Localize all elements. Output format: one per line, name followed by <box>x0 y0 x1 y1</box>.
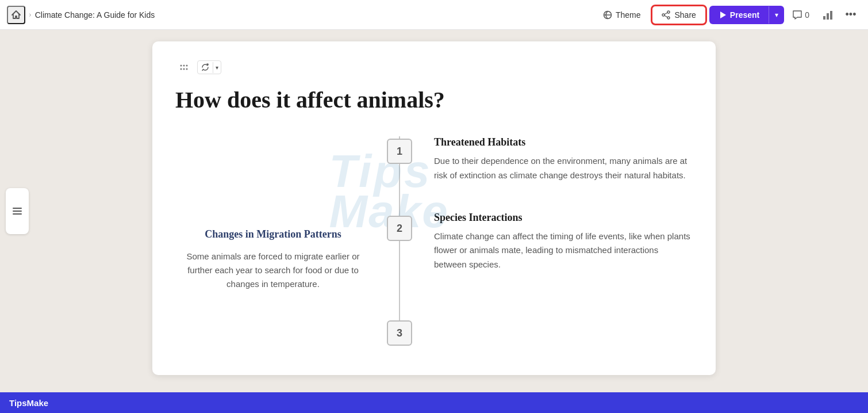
slide-refresh-group: ▾ <box>197 60 221 74</box>
svg-point-18 <box>186 68 188 70</box>
svg-rect-7 <box>823 16 825 20</box>
home-button[interactable] <box>7 6 25 24</box>
svg-point-15 <box>183 65 185 67</box>
svg-line-4 <box>665 13 667 14</box>
right-item-1-title: Threatened Habitats <box>434 136 693 148</box>
present-group: Present ▾ <box>709 6 784 24</box>
slide-refresh-caret[interactable]: ▾ <box>213 62 221 73</box>
svg-point-13 <box>180 65 182 67</box>
right-item-1-text: Due to their dependence on the environme… <box>434 154 693 183</box>
svg-marker-6 <box>720 12 726 18</box>
slide-content: Changes in Migration Patterns Some anima… <box>175 136 693 346</box>
svg-point-14 <box>180 68 182 70</box>
bottom-bar: TipsMake <box>0 392 868 413</box>
svg-point-1 <box>667 11 670 13</box>
present-button[interactable]: Present <box>709 6 769 24</box>
svg-line-5 <box>665 16 667 17</box>
more-icon: ••• <box>846 9 857 21</box>
timeline-node-1: 1 <box>387 139 412 164</box>
slide-refresh-button[interactable] <box>198 61 213 74</box>
theme-label: Theme <box>616 10 641 20</box>
right-section: Threatened Habitats Due to their depende… <box>417 136 693 295</box>
bottom-bar-logo: TipsMake <box>9 398 48 408</box>
svg-point-2 <box>667 17 670 19</box>
topbar-left: › Climate Change: A Guide for Kids <box>7 6 590 24</box>
topbar: › Climate Change: A Guide for Kids Theme <box>0 0 868 30</box>
migration-title: Changes in Migration Patterns <box>175 228 371 240</box>
breadcrumb-title: Climate Change: A Guide for Kids <box>35 10 155 20</box>
slide-menu-button[interactable] <box>175 59 193 76</box>
svg-rect-8 <box>827 13 829 20</box>
share-button[interactable]: Share <box>654 7 704 22</box>
right-item-1: Threatened Habitats Due to their depende… <box>434 136 693 183</box>
share-button-wrapper: Share <box>651 5 706 25</box>
slide-toolbar: ▾ <box>175 59 693 76</box>
chart-icon-button[interactable] <box>817 5 838 25</box>
timeline-node-3-wrapper: 3 <box>387 320 412 346</box>
sidebar-toggle[interactable] <box>6 188 29 234</box>
more-options-button[interactable]: ••• <box>840 5 861 25</box>
svg-point-17 <box>186 65 188 67</box>
theme-button[interactable]: Theme <box>595 7 649 23</box>
topbar-right: Theme Share Present ▾ <box>595 5 861 25</box>
migration-text: Some animals are forced to migrate earli… <box>175 250 371 291</box>
left-section: Changes in Migration Patterns Some anima… <box>175 136 382 291</box>
right-item-2-text: Climate change can affect the timing of … <box>434 230 693 272</box>
right-item-2-title: Species Interactions <box>434 212 693 224</box>
share-label: Share <box>674 10 696 20</box>
timeline-node-2: 2 <box>387 216 412 241</box>
svg-point-16 <box>183 68 185 70</box>
main-area: ▾ How does it affect animals? Tips Make … <box>0 30 868 392</box>
present-caret-button[interactable]: ▾ <box>769 6 784 24</box>
slide-title: How does it affect animals? <box>175 86 693 113</box>
timeline-node-1-wrapper: 1 <box>387 139 412 164</box>
timeline-node-3: 3 <box>387 320 412 346</box>
breadcrumb-separator: › <box>29 10 32 20</box>
right-item-2: Species Interactions Climate change can … <box>434 212 693 272</box>
svg-point-3 <box>662 14 665 16</box>
present-label: Present <box>730 10 759 20</box>
timeline-section: 1 2 3 <box>382 136 417 346</box>
comment-button[interactable]: 0 <box>786 6 815 24</box>
slide-card: ▾ How does it affect animals? Tips Make … <box>152 41 716 375</box>
svg-rect-9 <box>830 11 832 20</box>
timeline-node-2-wrapper: 2 <box>387 216 412 241</box>
comment-count: 0 <box>805 10 809 20</box>
